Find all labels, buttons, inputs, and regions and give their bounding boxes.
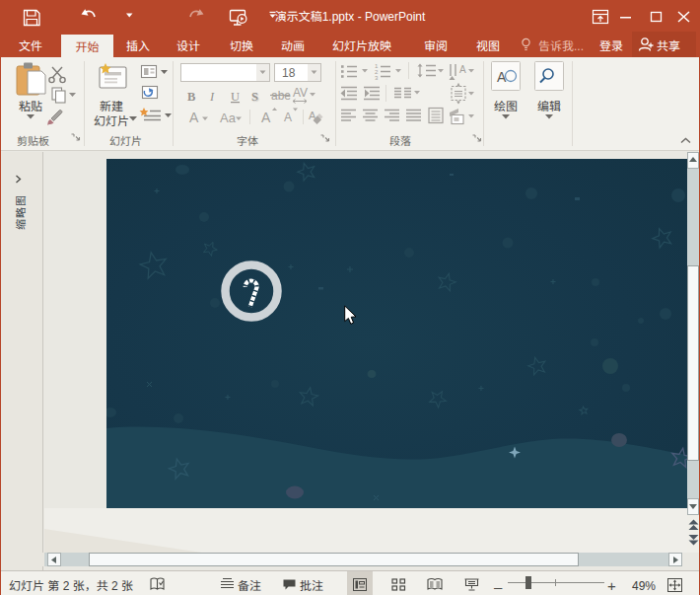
svg-text:AV: AV bbox=[293, 86, 308, 100]
svg-text:3: 3 bbox=[375, 75, 379, 81]
svg-text:Aa: Aa bbox=[220, 111, 237, 125]
svg-text:I: I bbox=[209, 90, 215, 104]
svg-text:A: A bbox=[189, 110, 199, 125]
svg-text:B: B bbox=[187, 90, 195, 104]
svg-text:18: 18 bbox=[282, 66, 296, 80]
svg-text:S: S bbox=[251, 90, 258, 104]
svg-text:A: A bbox=[459, 64, 466, 75]
svg-text:A: A bbox=[261, 110, 271, 125]
svg-text:A: A bbox=[284, 111, 292, 124]
svg-text:U: U bbox=[231, 90, 240, 104]
